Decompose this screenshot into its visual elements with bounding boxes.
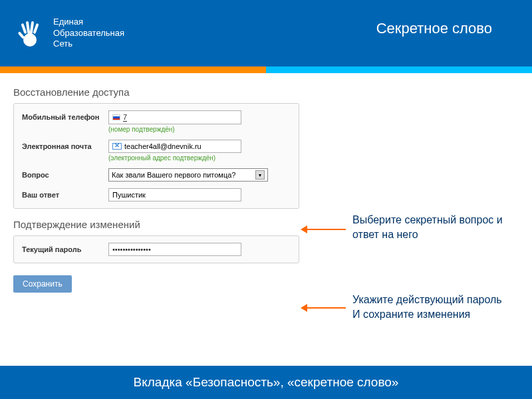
svg-point-0 [23,33,37,47]
slide-header: Единая Образовательная Сеть Секретное сл… [0,0,532,66]
password-label: Текущий пароль [22,243,108,253]
answer-row: Ваш ответ Пушистик [22,188,291,201]
brand-text: Единая Образовательная Сеть [53,17,124,51]
email-field[interactable]: teacher4all@dnevnik.ru [108,140,241,153]
password-field[interactable]: ••••••••••••••• [108,243,241,256]
phone-row: Мобильный телефон 7 (номер подтверждён) [22,110,291,133]
chevron-down-icon: ▼ [255,170,265,180]
brand-logo: Единая Образовательная Сеть [13,17,124,51]
slide-footer: Вкладка «Безопасность», «секретное слово… [0,366,532,399]
save-button[interactable]: Сохранить [13,275,72,293]
question-select[interactable]: Как звали Вашего первого питомца? ▼ [108,168,268,182]
question-value: Как звали Вашего первого питомца? [112,171,235,179]
annotation-question: Выберите секретный вопрос и ответ на нег… [352,213,519,241]
recovery-panel: Мобильный телефон 7 (номер подтверждён) … [13,103,299,209]
arrow-icon [306,307,346,309]
question-label: Вопрос [22,168,108,179]
svg-rect-5 [18,31,25,39]
email-label: Электронная почта [22,140,108,150]
annotation-password: Укажите действующий пароль И сохраните и… [352,293,519,321]
phone-label: Мобильный телефон [22,110,108,121]
main-content: Восстановление доступа Мобильный телефон… [0,73,532,299]
answer-label: Ваш ответ [22,188,108,199]
divider-bar [0,66,532,73]
email-hint: (электронный адрес подтверждён) [108,154,291,162]
email-value: teacher4all@dnevnik.ru [124,142,201,150]
answer-field[interactable]: Пушистик [108,188,241,201]
phone-hint: (номер подтверждён) [108,126,291,133]
hand-logo-icon [13,17,47,50]
arrow-icon [306,229,346,230]
password-row: Текущий пароль ••••••••••••••• [22,243,291,256]
question-row: Вопрос Как звали Вашего первого питомца?… [22,168,291,182]
answer-value: Пушистик [112,191,146,199]
slide-title: Секретное слово [376,20,492,37]
email-row: Электронная почта teacher4all@dnevnik.ru… [22,140,291,162]
section-title-recovery: Восстановление доступа [13,86,519,98]
flag-ru-icon [112,114,120,120]
phone-field[interactable]: 7 [108,110,241,124]
confirm-panel: Текущий пароль ••••••••••••••• [13,235,299,263]
phone-value: 7 [123,113,127,122]
svg-rect-4 [33,23,39,34]
svg-rect-1 [21,23,27,34]
password-value: ••••••••••••••• [112,245,151,253]
mail-icon [112,143,122,150]
